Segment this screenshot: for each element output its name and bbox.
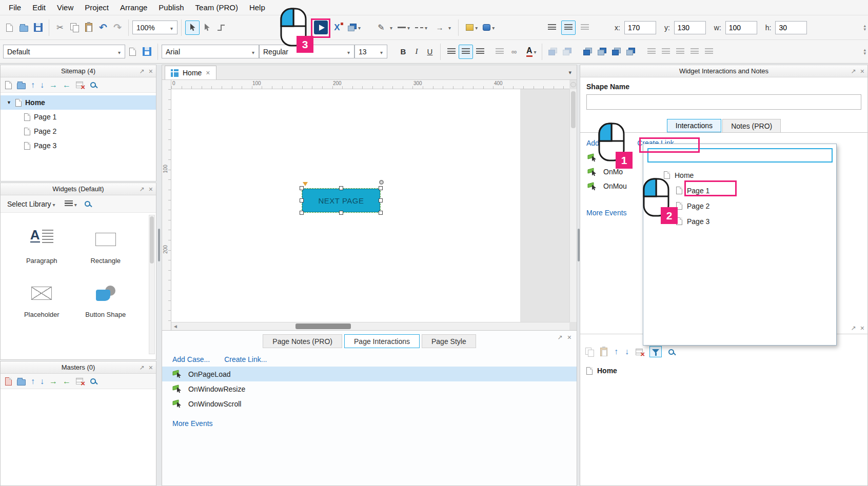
resize-handle[interactable] — [339, 186, 343, 190]
popout-icon[interactable] — [140, 185, 145, 193]
search-icon[interactable] — [668, 349, 674, 355]
add-case-link[interactable]: Add Case... — [172, 355, 210, 363]
save-button[interactable] — [31, 21, 45, 35]
widget-style-select[interactable]: Default — [3, 45, 125, 58]
distribute-vertical-button[interactable] — [659, 45, 673, 59]
bring-to-front-button[interactable] — [581, 45, 595, 59]
paste-note-button[interactable] — [600, 348, 607, 356]
send-backward-button[interactable] — [624, 45, 638, 59]
send-to-back-button[interactable] — [595, 45, 609, 59]
y-input[interactable] — [674, 21, 706, 34]
design-canvas[interactable]: 0 100 200 300 400 100 200 NEXT PAGE — [162, 80, 577, 330]
indent-button[interactable]: → — [49, 81, 57, 89]
close-icon[interactable] — [860, 67, 864, 75]
align-top-button[interactable] — [545, 21, 559, 35]
new-file-button[interactable] — [2, 21, 16, 35]
menu-arrange[interactable]: Arrange — [114, 1, 153, 14]
sitemap-item-home[interactable]: ▼ Home — [1, 95, 156, 110]
underline-button[interactable]: U — [423, 45, 437, 58]
line-weight-dropdown[interactable] — [398, 24, 410, 31]
scroll-left-icon[interactable]: ◄ — [173, 323, 178, 329]
close-icon[interactable] — [860, 324, 864, 332]
image-slice-button[interactable] — [546, 45, 560, 59]
text-align-right-button[interactable] — [473, 45, 487, 59]
text-align-center-button[interactable] — [459, 45, 473, 59]
font-family-select[interactable]: Arial — [162, 45, 259, 58]
align-objects-left-button[interactable] — [673, 45, 687, 59]
popup-item-home[interactable]: Home — [643, 168, 836, 183]
sitemap-item-page2[interactable]: Page 2 — [1, 124, 156, 138]
next-page-widget[interactable]: NEXT PAGE — [302, 189, 380, 212]
move-up-button[interactable]: ↑ — [31, 81, 35, 89]
select-mode-contain-button[interactable] — [200, 21, 214, 35]
bold-button[interactable]: B — [397, 45, 410, 58]
close-icon[interactable] — [149, 67, 153, 75]
move-up-button[interactable]: ↑ — [614, 348, 618, 356]
library-options-dropdown[interactable] — [65, 200, 77, 208]
align-objects-top-button[interactable] — [687, 45, 702, 59]
menu-project[interactable]: Project — [79, 1, 114, 14]
menu-view[interactable]: View — [51, 1, 79, 14]
image-crop-button[interactable] — [560, 45, 575, 59]
style-edit-dropdown[interactable] — [374, 21, 392, 35]
delete-note-button[interactable] — [636, 349, 643, 355]
close-icon[interactable] — [149, 185, 153, 193]
update-style-button[interactable] — [140, 45, 154, 59]
close-icon[interactable] — [567, 333, 571, 341]
add-folder-button[interactable] — [17, 83, 26, 89]
popout-icon[interactable] — [851, 67, 856, 75]
indent-button[interactable]: → — [49, 377, 57, 386]
resize-handle[interactable] — [339, 211, 343, 215]
delete-master-button[interactable] — [76, 378, 83, 384]
resize-handle[interactable] — [300, 198, 304, 202]
search-icon[interactable] — [90, 82, 96, 88]
widgets-scrollbar[interactable] — [149, 215, 155, 354]
tab-list-dropdown[interactable]: ▾ — [568, 69, 571, 76]
search-icon[interactable] — [85, 201, 90, 207]
more-events-link[interactable]: More Events — [172, 419, 213, 428]
insert-link-button[interactable] — [507, 45, 521, 59]
resize-handle[interactable] — [379, 198, 383, 202]
move-down-button[interactable]: ↓ — [40, 377, 44, 386]
undo-button[interactable] — [96, 21, 110, 35]
bring-forward-button[interactable] — [609, 45, 624, 59]
menu-file[interactable]: File — [3, 1, 27, 14]
select-mode-intersect-button[interactable] — [185, 21, 200, 35]
tab-interactions[interactable]: Interactions — [667, 119, 721, 132]
menu-team[interactable]: Team (PRO) — [190, 1, 244, 14]
text-align-left-button[interactable] — [444, 45, 459, 59]
create-link-link[interactable]: Create Link... — [224, 355, 267, 363]
widget-paragraph[interactable]: A Paragraph — [10, 228, 74, 265]
copy-button[interactable] — [67, 21, 82, 35]
bullet-list-button[interactable] — [492, 45, 507, 59]
outdent-button[interactable]: ← — [63, 377, 71, 386]
resize-handle[interactable] — [300, 186, 304, 190]
close-tab-icon[interactable] — [206, 69, 210, 77]
marker-tool[interactable] — [348, 24, 361, 31]
align-objects-middle-button[interactable] — [702, 45, 716, 59]
align-middle-button[interactable] — [561, 21, 576, 35]
resize-handle[interactable] — [379, 211, 383, 215]
toolbar-overflow-button[interactable]: ▴▾ — [863, 24, 866, 31]
close-icon[interactable] — [149, 363, 153, 372]
select-library-dropdown[interactable]: Select Library — [7, 200, 55, 208]
popout-icon[interactable] — [851, 324, 856, 332]
sitemap-item-page1[interactable]: Page 1 — [1, 110, 156, 124]
expander-icon[interactable]: ▼ — [7, 100, 12, 105]
canvas-horizontal-scrollbar[interactable]: ◄ — [171, 322, 569, 330]
menu-help[interactable]: Help — [244, 1, 271, 14]
edit-style-button[interactable] — [125, 45, 140, 59]
italic-button[interactable]: I — [410, 45, 423, 58]
redo-button[interactable] — [110, 21, 125, 35]
move-down-button[interactable]: ↓ — [40, 81, 44, 89]
font-size-select[interactable]: 13 — [354, 45, 387, 58]
tab-notes[interactable]: Notes (PRO) — [722, 119, 781, 132]
w-input[interactable] — [725, 21, 757, 34]
paste-button[interactable] — [82, 21, 96, 35]
canvas-vertical-scrollbar[interactable] — [569, 89, 577, 322]
copy-note-button[interactable] — [585, 348, 594, 356]
popout-icon[interactable] — [140, 363, 145, 372]
move-down-button[interactable]: ↓ — [625, 348, 629, 356]
fill-color-dropdown[interactable] — [466, 24, 478, 31]
more-events-link[interactable]: More Events — [586, 209, 627, 217]
